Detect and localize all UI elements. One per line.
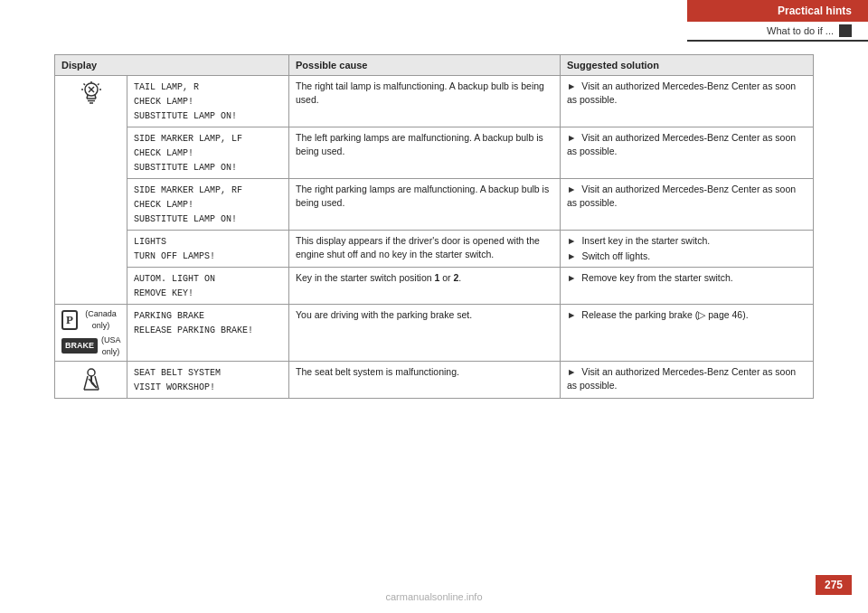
black-square-icon <box>839 24 852 37</box>
display-text-7: SEAT BELT SYSTEM VISIT WORKSHOP! <box>127 362 289 399</box>
cause-text-3: The right parking lamps are malfunctioni… <box>289 179 561 231</box>
display-text-4: LIGHTS TURN OFF LAMPS! <box>127 231 289 268</box>
solution-text-3: ► Visit an authorized Mercedes-Benz Cent… <box>561 179 814 231</box>
brake-icon: BRAKE <box>61 338 98 354</box>
solution-text-2: ► Visit an authorized Mercedes-Benz Cent… <box>561 127 814 179</box>
cause-text-7: The seat belt system is malfunctioning. <box>289 362 561 399</box>
cause-text-2: The left parking lamps are malfunctionin… <box>289 127 561 179</box>
main-content: Display Possible cause Suggested solutio… <box>54 54 814 568</box>
icon-cell-light <box>55 76 127 305</box>
solution-text-4: ► Insert key in the starter switch. ► Sw… <box>561 231 814 268</box>
what-to-do-label: What to do if ... <box>767 25 834 36</box>
table-row: SIDE MARKER LAMP, RF CHECK LAMP! SUBSTIT… <box>55 179 814 231</box>
parking-p-icon: P <box>61 310 78 330</box>
svg-line-7 <box>83 84 85 86</box>
col-cause: Possible cause <box>289 55 561 76</box>
cause-text-6: You are driving with the parking brake s… <box>289 305 561 362</box>
table-row: LIGHTS TURN OFF LAMPS! This display appe… <box>55 231 814 268</box>
display-text-1: TAIL LAMP, R CHECK LAMP! SUBSTITUTE LAMP… <box>127 76 289 127</box>
table-row: TAIL LAMP, R CHECK LAMP! SUBSTITUTE LAMP… <box>55 76 814 127</box>
icon-cell-seatbelt <box>55 362 127 399</box>
col-display: Display <box>55 55 289 76</box>
solution-text-7: ► Visit an authorized Mercedes-Benz Cent… <box>561 362 814 399</box>
display-text-3: SIDE MARKER LAMP, RF CHECK LAMP! SUBSTIT… <box>127 179 289 231</box>
watermark: carmanualsonline.info <box>385 591 482 602</box>
page-number: 275 <box>816 575 852 595</box>
canada-label: (Canada only) <box>81 308 120 331</box>
svg-point-13 <box>88 369 95 376</box>
svg-line-14 <box>84 376 88 390</box>
practical-hints-bar: Practical hints <box>687 0 868 22</box>
usa-label: (USA only) <box>101 335 120 357</box>
table-row: SEAT BELT SYSTEM VISIT WORKSHOP! The sea… <box>55 362 814 399</box>
table-header-row: Display Possible cause Suggested solutio… <box>55 55 814 76</box>
practical-hints-label: Practical hints <box>778 5 852 17</box>
icon-cell-parking: P (Canada only) BRAKE (USA only) <box>55 305 127 362</box>
display-text-2: SIDE MARKER LAMP, LF CHECK LAMP! SUBSTIT… <box>127 127 289 179</box>
table-row: AUTOM. LIGHT ON REMOVE KEY! Key in the s… <box>55 268 814 305</box>
header: Practical hints What to do if ... <box>687 0 868 42</box>
col-solution: Suggested solution <box>561 55 814 76</box>
seatbelt-icon <box>79 366 104 391</box>
main-table: Display Possible cause Suggested solutio… <box>54 54 814 399</box>
cause-text-5: Key in the starter switch position 1 or … <box>289 268 561 305</box>
solution-text-6: ► Release the parking brake (▷ page 46). <box>561 305 814 362</box>
table-row: SIDE MARKER LAMP, LF CHECK LAMP! SUBSTIT… <box>55 127 814 179</box>
solution-text-1: ► Visit an authorized Mercedes-Benz Cent… <box>561 76 814 127</box>
table-row: P (Canada only) BRAKE (USA only) PARKING… <box>55 305 814 362</box>
solution-text-5: ► Remove key from the starter switch. <box>561 268 814 305</box>
display-text-6: PARKING BRAKE RELEASE PARKING BRAKE! <box>127 305 289 362</box>
cause-text-1: The right tail lamp is malfunctioning. A… <box>289 76 561 127</box>
svg-line-8 <box>98 84 99 86</box>
cause-text-4: This display appears if the driver's doo… <box>289 231 561 268</box>
display-text-5: AUTOM. LIGHT ON REMOVE KEY! <box>127 268 289 305</box>
what-to-do-bar: What to do if ... <box>687 22 868 42</box>
light-bulb-icon <box>78 80 105 107</box>
